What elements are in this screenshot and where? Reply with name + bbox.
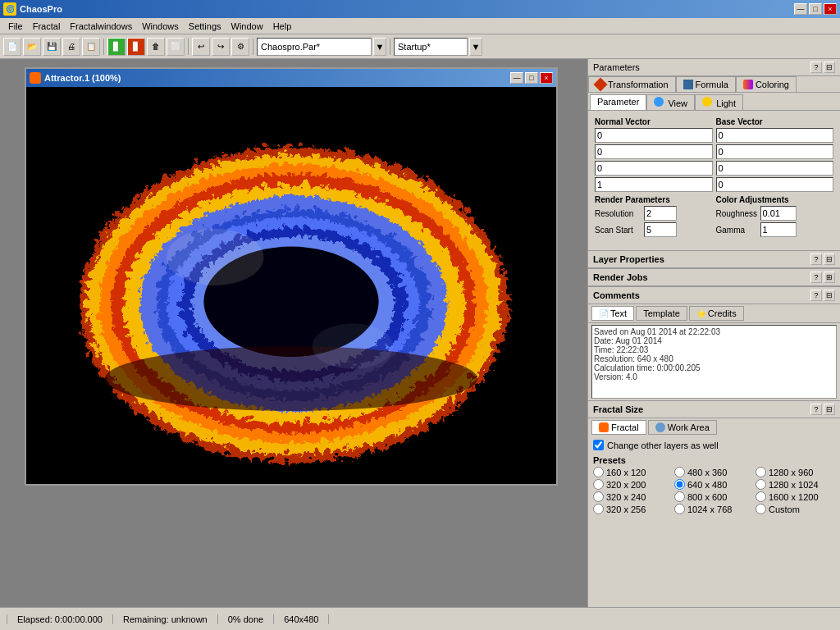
layer-properties-title: Layer Properties xyxy=(593,254,664,264)
preset-640x480[interactable]: 640 x 480 xyxy=(674,479,754,490)
resolution-input[interactable] xyxy=(644,206,677,221)
fractal-close-button[interactable]: × xyxy=(540,72,553,84)
fractal-size-help-button[interactable]: ? xyxy=(810,404,822,415)
preset-160x120[interactable]: 160 x 120 xyxy=(593,467,673,477)
params-content: Normal Vector Base Vector xyxy=(588,111,840,250)
menu-settings[interactable]: Settings xyxy=(184,21,226,32)
gamma-input[interactable] xyxy=(760,222,797,237)
preset-1280x960[interactable]: 1280 x 960 xyxy=(756,467,835,477)
base-vector-2[interactable] xyxy=(716,161,834,176)
preset-1280x1024[interactable]: 1280 x 1024 xyxy=(756,479,835,490)
redo-button[interactable]: ↪ xyxy=(212,38,230,56)
save-button[interactable]: 💾 xyxy=(43,38,61,56)
maximize-button[interactable]: □ xyxy=(809,3,822,15)
status-resolution: 640x480 xyxy=(274,614,329,624)
normal-vector-2[interactable] xyxy=(595,161,713,176)
par-dropdown-btn[interactable]: ▼ xyxy=(373,38,386,56)
undo-button[interactable]: ↩ xyxy=(192,38,210,56)
menu-help[interactable]: Help xyxy=(268,21,297,32)
presets-grid: 160 x 120 480 x 360 1280 x 960 320 x 200… xyxy=(593,467,835,514)
base-vector-3[interactable] xyxy=(716,177,834,192)
menu-fractalwindows[interactable]: Fractalwindows xyxy=(65,21,137,32)
app-title: ChaosPro xyxy=(20,4,62,14)
fractal-tab-icon xyxy=(599,422,609,432)
color-btn[interactable]: ▊ xyxy=(107,38,126,56)
subtab-parameter[interactable]: Parameter xyxy=(590,94,646,110)
fs-tab-workarea-label: Work Area xyxy=(668,422,710,432)
par-dropdown-value: Chaospro.Par* xyxy=(261,42,320,52)
scan-start-input[interactable] xyxy=(644,222,677,237)
preset-840x630[interactable]: 840 x 630 xyxy=(674,504,754,514)
tab-transformation[interactable]: Transformation xyxy=(588,76,676,92)
params-help-button[interactable]: ? xyxy=(810,62,822,73)
preset-320x240[interactable]: 320 x 240 xyxy=(593,491,673,502)
comment-tab-credits[interactable]: ⭐ Credits xyxy=(689,306,744,321)
fractal-title: Attractor.1 (100%) xyxy=(30,72,121,84)
presets-label: Presets xyxy=(593,455,835,465)
fractal-size-expand-button[interactable]: ⊟ xyxy=(824,404,835,415)
menu-window[interactable]: Window xyxy=(226,21,268,32)
change-other-layers-label: Change other layers as well xyxy=(607,441,719,450)
fs-tab-workarea[interactable]: Work Area xyxy=(648,420,717,435)
new-button[interactable]: 📄 xyxy=(3,38,21,56)
normal-vector-3[interactable] xyxy=(595,177,713,192)
render-jobs-help-button[interactable]: ? xyxy=(810,272,822,283)
script-button[interactable]: ⚙ xyxy=(231,38,249,56)
color-btn2[interactable]: ▊ xyxy=(127,38,145,56)
comments-help-button[interactable]: ? xyxy=(810,290,822,301)
print-button[interactable]: 🖨 xyxy=(62,38,80,56)
close-button[interactable]: × xyxy=(824,3,837,15)
roughness-input[interactable] xyxy=(760,206,797,221)
delete-button[interactable]: 🗑 xyxy=(147,38,165,56)
base-vector-0[interactable] xyxy=(716,128,834,143)
minimize-button[interactable]: — xyxy=(794,3,807,15)
tab-transformation-label: Transformation xyxy=(608,80,669,89)
subtab-parameter-label: Parameter xyxy=(597,97,639,107)
startup-dropdown-btn[interactable]: ▼ xyxy=(469,38,482,56)
menubar: File Fractal Fractalwindows Windows Sett… xyxy=(0,18,840,34)
startup-dropdown[interactable]: Startup* xyxy=(394,38,468,56)
layer-properties-expand-button[interactable]: ⊟ xyxy=(824,253,835,265)
clone-button[interactable]: ⬜ xyxy=(167,38,185,56)
subtab-light-label: Light xyxy=(716,98,736,108)
fractal-maximize-button[interactable]: □ xyxy=(525,72,538,84)
open-button[interactable]: 📂 xyxy=(23,38,41,56)
copy-button[interactable]: 📋 xyxy=(82,38,100,56)
comments-content[interactable]: Saved on Aug 01 2014 at 22:22:03 Date: A… xyxy=(591,325,837,399)
comments-expand-button[interactable]: ⊟ xyxy=(824,290,835,301)
fractal-minimize-button[interactable]: — xyxy=(510,72,523,84)
params-expand-button[interactable]: ⊟ xyxy=(824,62,835,73)
subtab-view[interactable]: View xyxy=(646,94,695,110)
preset-320x200[interactable]: 320 x 200 xyxy=(593,479,673,490)
comment-tab-credits-label: Credits xyxy=(708,308,737,318)
base-vector-1[interactable] xyxy=(716,144,834,159)
comment-tab-template[interactable]: Template xyxy=(636,306,687,321)
fractal-titlebar: Attractor.1 (100%) — □ × xyxy=(26,69,556,87)
comments-btns: ? ⊟ xyxy=(810,290,835,301)
tab-formula[interactable]: Formula xyxy=(676,76,736,92)
menu-fractal[interactable]: Fractal xyxy=(28,21,66,32)
svg-point-12 xyxy=(105,346,477,411)
par-dropdown[interactable]: Chaospro.Par* xyxy=(257,38,372,56)
fractal-window-icon xyxy=(30,72,41,84)
comment-tab-text[interactable]: 📄 Text xyxy=(591,306,634,321)
preset-800x600[interactable]: 800 x 600 xyxy=(674,491,754,502)
canvas-area: Attractor.1 (100%) — □ × xyxy=(0,59,587,607)
fs-tab-fractal[interactable]: Fractal xyxy=(591,420,646,435)
comments-section: Comments ? ⊟ xyxy=(588,286,840,304)
menu-file[interactable]: File xyxy=(3,21,28,32)
preset-custom[interactable]: Custom xyxy=(756,504,835,514)
fractal-size-btns: ? ⊟ xyxy=(810,404,835,415)
change-other-layers-checkbox[interactable] xyxy=(593,440,604,450)
normal-vector-0[interactable] xyxy=(595,128,713,143)
normal-vector-1[interactable] xyxy=(595,144,713,159)
subtab-light[interactable]: Light xyxy=(695,94,743,110)
menu-windows[interactable]: Windows xyxy=(137,21,184,32)
layer-properties-help-button[interactable]: ? xyxy=(810,253,822,265)
preset-1600x1200[interactable]: 1600 x 1200 xyxy=(756,491,835,502)
preset-320x256[interactable]: 320 x 256 xyxy=(593,504,673,514)
comment-tab-template-label: Template xyxy=(643,308,680,318)
tab-coloring[interactable]: Coloring xyxy=(736,76,797,92)
render-jobs-expand-button[interactable]: ⊞ xyxy=(824,272,835,283)
preset-480x360[interactable]: 480 x 360 xyxy=(674,467,754,477)
